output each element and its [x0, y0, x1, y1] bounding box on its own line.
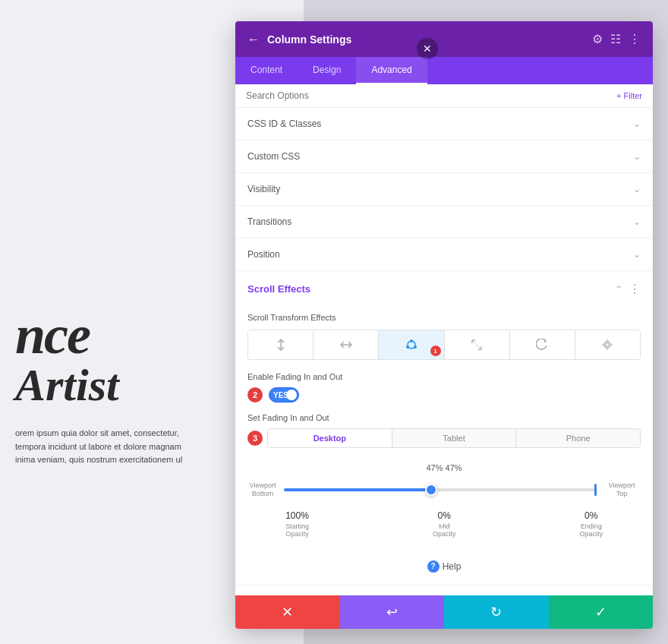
slider-fill [284, 488, 431, 491]
chevron-down-icon-3: ⌄ [633, 184, 641, 194]
save-icon: ✓ [595, 604, 607, 620]
slider-track-container: ViewportBottom ViewportTop [247, 478, 641, 501]
badge-3: 3 [247, 431, 263, 446]
accordion-header-position[interactable]: Position ⌄ [235, 238, 653, 270]
accordion-label-visibility: Visibility [247, 184, 280, 194]
ending-opacity-label: EndingOpacity [579, 522, 603, 539]
scroll-effects-controls: ⌃ ⋮ [615, 282, 641, 296]
device-tab-desktop[interactable]: Desktop [268, 429, 392, 447]
scroll-effects-title: Scroll Effects [247, 283, 310, 295]
help-icon: ? [427, 560, 440, 573]
accordion-visibility: Visibility ⌄ [235, 173, 653, 206]
slider-area: 47% 47% ViewportBottom [247, 456, 641, 546]
chevron-down-icon-4: ⌄ [633, 216, 641, 227]
mid-opacity-label: MidOpacity [433, 522, 456, 539]
accordion-label-position: Position [247, 249, 280, 260]
device-tab-tablet[interactable]: Tablet [392, 429, 517, 447]
svg-point-4 [414, 346, 417, 349]
page-text-area: nce Artist orem ipsum quia dolor sit ame… [0, 289, 243, 482]
transform-label: Scroll Transform Effects [247, 313, 641, 322]
toggle-knob [286, 390, 297, 400]
set-fading-row: 3 Desktop Tablet Phone [247, 428, 641, 448]
accordion-header-transitions[interactable]: Transitions ⌄ [235, 206, 653, 238]
accordion-header-css-id[interactable]: CSS ID & Classes ⌄ [235, 108, 653, 140]
transform-btn-vertical[interactable] [248, 330, 314, 359]
badge-2: 2 [247, 387, 263, 402]
scroll-effects-chevron-icon[interactable]: ⌃ [615, 284, 622, 295]
tab-advanced[interactable]: Advanced [356, 57, 427, 84]
set-fading-label: Set Fading In and Out [247, 413, 641, 422]
help-row: ? Help [247, 558, 641, 573]
svg-point-9 [607, 339, 609, 342]
tab-content[interactable]: Content [235, 57, 298, 84]
close-edge-button[interactable]: ✕ [417, 38, 438, 59]
search-input[interactable] [246, 90, 616, 101]
redo-button[interactable]: ↻ [444, 595, 549, 629]
ending-opacity-item: 0% EndingOpacity [579, 510, 603, 539]
viewport-top-label: ViewportTop [603, 481, 641, 498]
scroll-effects-section: Scroll Effects ⌃ ⋮ Scroll Transform Effe… [235, 271, 653, 586]
accordion-label-custom-css: Custom CSS [247, 151, 300, 162]
redo-icon: ↻ [490, 604, 502, 620]
chevron-down-icon-2: ⌄ [633, 151, 641, 162]
transform-btn-rotate[interactable] [510, 330, 575, 359]
filter-button[interactable]: + Filter [616, 91, 642, 100]
enable-fading-label: Enable Fading In and Out [247, 372, 641, 381]
slider-track-wrapper[interactable] [284, 482, 597, 497]
help-button[interactable]: ? Help [427, 560, 462, 573]
accordion-transitions: Transitions ⌄ [235, 206, 653, 238]
panel-header: ← Column Settings ⚙ ☷ ⋮ [235, 21, 653, 57]
transform-btn-blur[interactable] [575, 330, 640, 359]
slider-thumb-right[interactable] [594, 484, 597, 496]
column-settings-panel: ← Column Settings ⚙ ☷ ⋮ Content Design A… [235, 21, 653, 629]
reset-button[interactable]: ↩ [340, 595, 445, 629]
reset-icon: ↩ [386, 604, 398, 620]
blur-icon [601, 339, 613, 351]
body-line1: orem ipsum quia dolor sit amet, consecte… [15, 427, 228, 440]
tab-design[interactable]: Design [298, 57, 356, 84]
back-icon[interactable]: ← [247, 33, 260, 46]
body-line2: tempora incidunt ut labore et dolore mag… [15, 440, 228, 454]
accordion-header-visibility[interactable]: Visibility ⌄ [235, 173, 653, 205]
enable-fading-toggle[interactable]: YES [269, 387, 299, 402]
save-button[interactable]: ✓ [549, 595, 654, 629]
viewport-bottom-label: ViewportBottom [247, 481, 278, 498]
svg-point-12 [611, 344, 613, 346]
accordion-css-id: CSS ID & Classes ⌄ [235, 108, 653, 140]
accordion-label-transitions: Transitions [247, 216, 291, 227]
svg-point-7 [604, 342, 610, 348]
chevron-down-icon: ⌄ [633, 118, 641, 129]
chevron-down-icon-5: ⌄ [633, 249, 641, 260]
search-bar: + Filter [235, 84, 653, 108]
slider-thumb[interactable] [425, 484, 437, 496]
spin-badge: 1 [430, 346, 441, 356]
scroll-effects-more-icon[interactable]: ⋮ [629, 282, 641, 296]
starting-opacity-value: 100% [285, 510, 309, 521]
vertical-move-icon [275, 338, 287, 352]
handwriting-line2: Artist [15, 359, 228, 412]
panel-content: CSS ID & Classes ⌄ Custom CSS ⌄ Visibili… [235, 108, 653, 595]
svg-point-10 [607, 349, 609, 351]
scale-icon [471, 339, 483, 351]
badge-row-2: 2 YES [247, 387, 641, 402]
cancel-button[interactable]: ✕ [235, 595, 340, 629]
svg-point-8 [606, 343, 609, 346]
transform-btn-horizontal[interactable] [314, 330, 379, 359]
settings-icon[interactable]: ⚙ [592, 32, 603, 46]
slider-percentages: 47% 47% [247, 463, 641, 472]
panel-header-icons: ⚙ ☷ ⋮ [592, 32, 641, 46]
opacity-values-row: 100% StartingOpacity 0% MidOpacity 0% En… [247, 504, 641, 539]
svg-point-11 [602, 344, 604, 346]
transform-btn-scale[interactable] [445, 330, 510, 359]
body-text: orem ipsum quia dolor sit amet, consecte… [15, 427, 228, 467]
svg-point-5 [406, 346, 409, 349]
layout-icon[interactable]: ☷ [610, 32, 621, 46]
mid-opacity-value: 0% [433, 510, 456, 521]
body-line3: inima veniam, quis nostrum exercitatione… [15, 453, 228, 467]
device-tab-phone[interactable]: Phone [516, 429, 640, 447]
accordion-custom-css: Custom CSS ⌄ [235, 140, 653, 173]
more-icon[interactable]: ⋮ [629, 32, 641, 46]
accordion-header-custom-css[interactable]: Custom CSS ⌄ [235, 140, 653, 172]
toggle-container: YES [269, 387, 299, 402]
transform-btn-spin[interactable]: 1 [379, 330, 444, 359]
